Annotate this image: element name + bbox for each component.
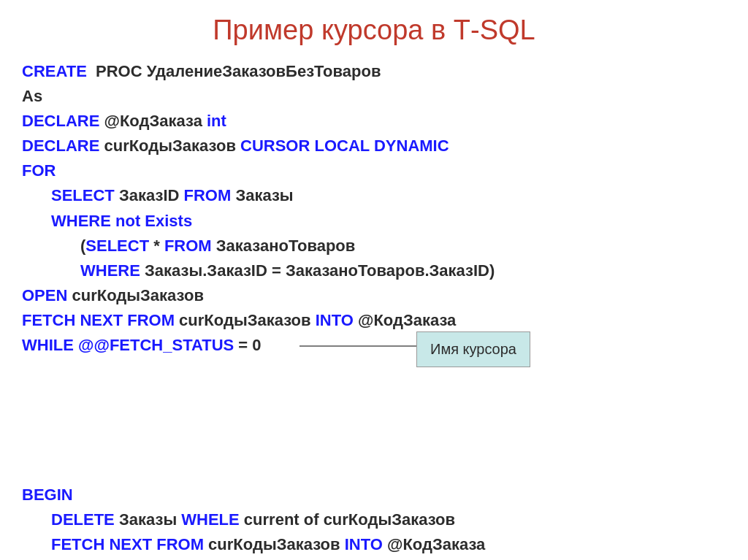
kw-int: int	[207, 112, 226, 130]
code-line-3: DECLARE @КодЗаказа int	[22, 109, 726, 134]
code-line-8: (SELECT * FROM ЗаказаноТоваров	[22, 234, 726, 258]
kw-create: CREATE	[22, 62, 87, 80]
text-whele: current of curКодыЗаказов	[240, 510, 455, 529]
code-block: CREATE PROC УдалениеЗаказовБезТоваров As…	[22, 59, 726, 560]
text-equals: = 0	[234, 336, 261, 354]
text-where2: Заказы.ЗаказID = ЗаказаноТоваров.ЗаказID…	[140, 261, 495, 280]
kw-begin: BEGIN	[22, 486, 73, 504]
text-star: *	[149, 237, 164, 255]
kw-fetch-status: @@FETCH_STATUS	[78, 336, 234, 354]
text-into2: @КодЗаказа	[383, 535, 486, 553]
kw-declare1: DECLARE	[22, 112, 99, 130]
kw-whele: WHELE	[181, 510, 239, 529]
code-line-10: OPEN curКодыЗаказов	[22, 283, 726, 308]
text-from2: ЗаказаноТоваров	[212, 237, 356, 255]
kw-declare2: DECLARE	[22, 137, 99, 155]
code-line-6: SELECT ЗаказID FROM Заказы	[22, 183, 726, 208]
code-line-15: FETCH NEXT FROM curКодыЗаказов INTO @Код…	[22, 532, 726, 557]
code-line-13: BEGIN	[22, 483, 726, 507]
kw-fetch2: FETCH NEXT FROM	[51, 535, 204, 553]
code-line-1: CREATE PROC УдалениеЗаказовБезТоваров	[22, 59, 726, 84]
kw-for: FOR	[22, 161, 56, 180]
text-declare2: curКодыЗаказов	[99, 137, 240, 155]
kw-into1: INTO	[316, 311, 354, 329]
text-from1: Заказы	[231, 186, 293, 204]
text-fetch2: curКодыЗаказов	[204, 535, 345, 553]
kw-from2: FROM	[164, 237, 212, 255]
text-as: As	[22, 87, 42, 105]
code-line-2: As	[22, 84, 726, 109]
kw-select2: SELECT	[85, 237, 149, 255]
code-line-9: WHERE Заказы.ЗаказID = ЗаказаноТоваров.З…	[22, 258, 726, 283]
code-line-16: END	[22, 557, 726, 560]
kw-into2: INTO	[345, 535, 383, 553]
kw-from1: FROM	[184, 186, 232, 204]
kw-delete: DELETE	[51, 510, 115, 529]
tooltip-box: Имя курсора	[416, 331, 530, 367]
text-open: curКодыЗаказов	[67, 286, 204, 304]
text-proc: PROC УдалениеЗаказовБезТоваров	[87, 62, 381, 80]
text-declare1: @КодЗаказа	[99, 112, 207, 130]
kw-where1: WHERE not Exists	[51, 212, 192, 230]
code-line-14: DELETE Заказы WHELE current of curКодыЗа…	[22, 507, 726, 532]
code-line-11: FETCH NEXT FROM curКодыЗаказов INTO @Код…	[22, 308, 726, 333]
code-line-5: FOR	[22, 158, 726, 183]
text-select1: ЗаказID	[115, 186, 184, 204]
kw-cursor: CURSOR LOCAL DYNAMIC	[240, 137, 449, 155]
text-delete: Заказы	[115, 510, 181, 529]
code-line-12: WHILE @@FETCH_STATUS = 0 Имя курсора	[22, 333, 726, 483]
code-line-7: WHERE not Exists	[22, 209, 726, 234]
kw-where2: WHERE	[80, 261, 140, 280]
page-title: Пример курсора в Т-SQL	[22, 15, 726, 46]
kw-select1: SELECT	[51, 186, 115, 204]
text-into1: @КодЗаказа	[354, 311, 457, 329]
text-fetch1: curКодыЗаказов	[175, 311, 316, 329]
kw-open: OPEN	[22, 286, 67, 304]
kw-fetch1: FETCH NEXT FROM	[22, 311, 175, 329]
kw-while: WHILE	[22, 336, 74, 354]
code-line-4: DECLARE curКодыЗаказов CURSOR LOCAL DYNA…	[22, 134, 726, 158]
